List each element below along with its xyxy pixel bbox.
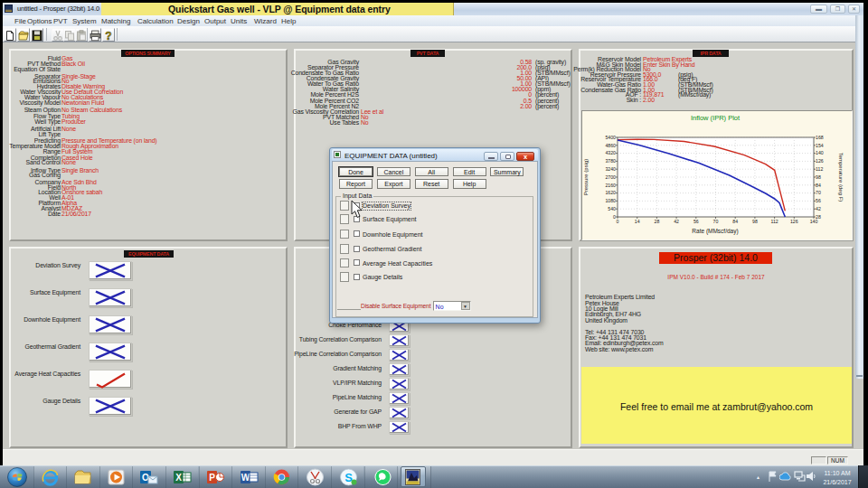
svg-text:168: 168: [816, 135, 824, 140]
svg-text:14: 14: [635, 219, 640, 224]
svg-text:1080: 1080: [605, 198, 616, 203]
svg-text:P: P: [209, 473, 215, 483]
svg-text:2700: 2700: [605, 174, 616, 180]
svg-text:112: 112: [816, 166, 823, 172]
svg-text:84: 84: [816, 183, 821, 188]
svg-text:3240: 3240: [605, 166, 616, 172]
svg-text:4320: 4320: [605, 150, 616, 155]
svg-text:Pressure (psig): Pressure (psig): [583, 159, 589, 196]
svg-text:154: 154: [816, 143, 824, 148]
svg-text:42: 42: [674, 219, 679, 224]
svg-text:112: 112: [770, 219, 778, 224]
svg-text:140: 140: [816, 150, 824, 155]
svg-text:X: X: [175, 473, 182, 483]
svg-text:126: 126: [816, 158, 824, 164]
svg-text:4860: 4860: [605, 143, 616, 148]
svg-text:0: 0: [617, 219, 619, 224]
svg-text:540: 540: [608, 206, 616, 211]
svg-text:126: 126: [790, 219, 798, 224]
svg-text:?: ?: [105, 30, 111, 42]
svg-text:0: 0: [613, 214, 616, 220]
svg-text:28: 28: [816, 214, 821, 220]
svg-text:28: 28: [655, 219, 660, 224]
svg-text:42: 42: [816, 206, 821, 211]
svg-text:98: 98: [752, 219, 758, 224]
svg-text:Rate (MMscf/day): Rate (MMscf/day): [692, 228, 738, 235]
svg-text:3780: 3780: [605, 158, 616, 164]
svg-text:5400: 5400: [605, 135, 616, 140]
svg-text:W: W: [241, 473, 250, 483]
svg-text:98: 98: [816, 174, 821, 180]
svg-text:70: 70: [816, 190, 821, 195]
svg-text:56: 56: [693, 219, 699, 224]
svg-text:1620: 1620: [605, 190, 616, 195]
svg-text:84: 84: [732, 219, 738, 224]
svg-text:70: 70: [713, 219, 719, 224]
svg-text:2160: 2160: [605, 183, 616, 188]
svg-text:56: 56: [816, 198, 821, 203]
svg-text:140: 140: [810, 219, 818, 224]
svg-text:Inflow (IPR) Plot: Inflow (IPR) Plot: [691, 114, 741, 122]
svg-text:Temperature (deg F): Temperature (deg F): [838, 153, 844, 202]
